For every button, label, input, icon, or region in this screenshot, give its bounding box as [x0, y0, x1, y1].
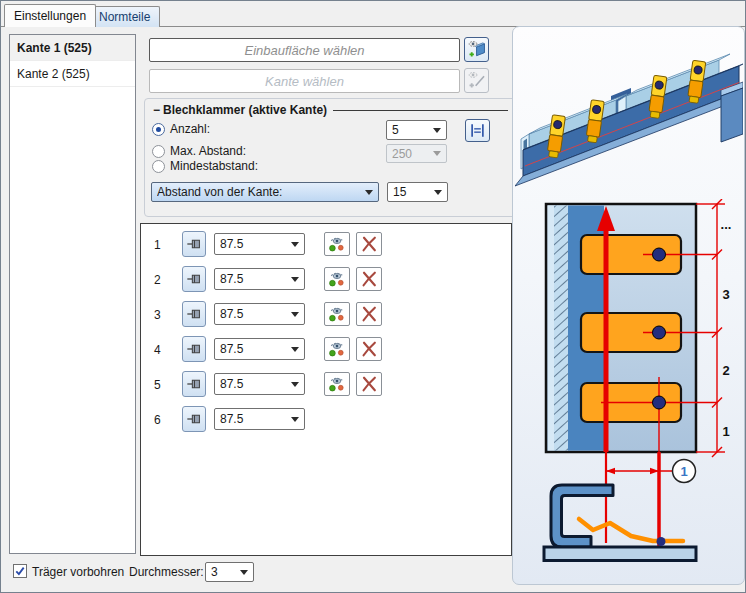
reference-point-icon [326, 374, 348, 394]
dim-label-2: 2 [722, 363, 729, 378]
chevron-down-icon [365, 190, 373, 195]
chevron-down-icon [291, 277, 299, 282]
row-index: 4 [154, 343, 161, 357]
groupbox-title-text: Blechklammer (aktive Kante) [163, 103, 327, 117]
pick-reference-button[interactable] [324, 267, 350, 291]
pick-reference-button[interactable] [324, 372, 350, 396]
edge-picker-input [149, 69, 460, 93]
position-row: 287.5 [141, 265, 511, 295]
distance-mode-combo[interactable]: Abstand von der Kante: [151, 182, 379, 202]
pin-position-button[interactable] [182, 336, 206, 362]
max-abstand-label: Max. Abstand: [170, 144, 246, 158]
clamp-dimension-diagram: 1 ... 3 2 1 [531, 199, 736, 574]
clamp-settings-dialog: Einstellungen Normteile Kante 1 (525) Ka… [0, 0, 746, 593]
row-index: 6 [154, 413, 161, 427]
predrill-checkbox[interactable] [13, 564, 27, 578]
chevron-down-icon [291, 417, 299, 422]
position-row: 587.5 [141, 370, 511, 400]
delete-position-button[interactable] [356, 232, 382, 256]
position-value-combo[interactable]: 87.5 [214, 373, 305, 395]
pin-position-button[interactable] [182, 301, 206, 327]
mindestabstand-label: Mindestabstand: [170, 159, 258, 173]
position-row: 187.5 [141, 230, 511, 260]
delete-position-button[interactable] [356, 372, 382, 396]
diameter-label: Durchmesser: [129, 565, 204, 579]
delete-x-icon [358, 304, 380, 324]
reference-point-icon [326, 339, 348, 359]
pin-position-button[interactable] [182, 371, 206, 397]
pin-position-button[interactable] [182, 266, 206, 292]
edge-list-item-kante2[interactable]: Kante 2 (525) [10, 61, 135, 87]
pick-reference-button[interactable] [324, 232, 350, 256]
position-row: 487.5 [141, 335, 511, 365]
reference-point-icon [326, 234, 348, 254]
base-plate [544, 547, 696, 561]
position-row: 387.5 [141, 300, 511, 330]
groupbox-title-rule [333, 110, 508, 111]
delete-position-button[interactable] [356, 302, 382, 326]
check-icon [14, 565, 26, 577]
surface-picker-input[interactable] [149, 38, 460, 62]
position-value-combo[interactable]: 87.5 [214, 303, 305, 325]
row-index: 5 [154, 378, 161, 392]
assembly-3d-preview [515, 32, 743, 190]
face-select-icon [466, 39, 488, 61]
delete-x-icon [358, 339, 380, 359]
preview-panel: 1 ... 3 2 1 [512, 26, 745, 585]
row-index: 2 [154, 273, 161, 287]
pin-icon [184, 268, 204, 290]
mindestabstand-radio[interactable] [152, 160, 165, 173]
radio-row-mindestabstand[interactable]: Mindestabstand: [152, 159, 258, 173]
edge-distance-value-combo[interactable]: 15 [387, 182, 448, 202]
radio-row-anzahl[interactable]: Anzahl: [152, 122, 210, 136]
pin-icon [184, 373, 204, 395]
row-index: 1 [154, 238, 161, 252]
pick-reference-button[interactable] [324, 302, 350, 326]
collapse-toggle[interactable]: − [153, 103, 160, 117]
position-value-combo[interactable]: 87.5 [214, 268, 305, 290]
position-value-combo[interactable]: 87.5 [214, 408, 305, 430]
equal-spacing-icon [467, 121, 488, 140]
balloon-label: 1 [680, 464, 687, 479]
bolt-dot [657, 537, 666, 546]
tab-einstellungen[interactable]: Einstellungen [4, 4, 96, 27]
pin-icon [184, 338, 204, 360]
dim-label-3: 3 [722, 287, 729, 302]
chevron-down-icon [433, 128, 441, 133]
dim-label-1: 1 [722, 424, 729, 439]
chevron-down-icon [240, 570, 248, 575]
delete-x-icon [358, 234, 380, 254]
edge-select-icon-disabled [466, 70, 488, 92]
pin-position-button[interactable] [182, 406, 206, 432]
anzahl-label: Anzahl: [170, 122, 210, 136]
tab-normteile[interactable]: Normteile [89, 6, 160, 27]
pick-reference-button[interactable] [324, 337, 350, 361]
surface-pick-button[interactable] [464, 37, 489, 62]
row-index: 3 [154, 308, 161, 322]
chevron-down-icon [291, 242, 299, 247]
diameter-combo[interactable]: 3 [205, 562, 254, 582]
clamp-groupbox: − Blechklammer (aktive Kante) Anzahl: 5 … [144, 98, 516, 217]
pin-position-button[interactable] [182, 231, 206, 257]
count-combo[interactable]: 5 [386, 120, 447, 140]
position-value-combo[interactable]: 87.5 [214, 233, 305, 255]
c-profile-beam [551, 485, 613, 547]
edge-pick-button [464, 68, 489, 93]
pin-icon [184, 303, 204, 325]
delete-x-icon [358, 374, 380, 394]
groupbox-title: − Blechklammer (aktive Kante) [153, 103, 508, 117]
chevron-down-icon [434, 190, 442, 195]
delete-position-button[interactable] [356, 267, 382, 291]
delete-position-button[interactable] [356, 337, 382, 361]
max-distance-combo: 250 [386, 144, 447, 163]
edge-list-item-kante1[interactable]: Kante 1 (525) [10, 35, 135, 61]
position-rows: 187.5287.5387.5487.5587.5687.5 [140, 223, 512, 556]
reference-point-icon [326, 269, 348, 289]
position-value-combo[interactable]: 87.5 [214, 338, 305, 360]
equal-spacing-button[interactable] [465, 119, 490, 142]
chevron-down-icon [291, 312, 299, 317]
max-abstand-radio[interactable] [152, 145, 165, 158]
anzahl-radio[interactable] [152, 123, 165, 136]
radio-row-max-abstand[interactable]: Max. Abstand: [152, 144, 246, 158]
delete-x-icon [358, 269, 380, 289]
